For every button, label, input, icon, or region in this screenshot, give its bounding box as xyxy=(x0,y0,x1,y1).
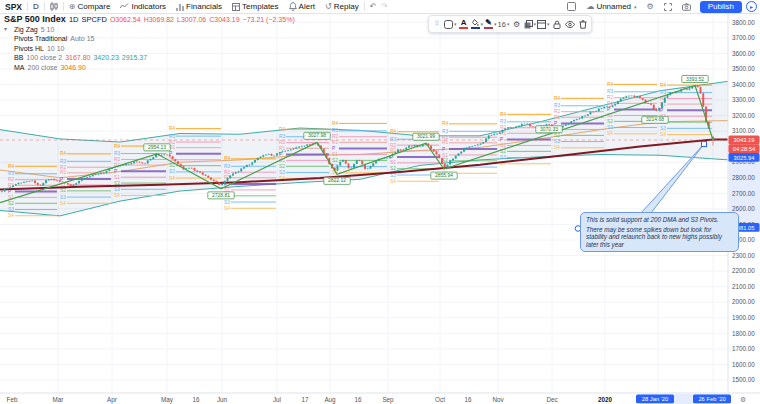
indicator-row-ma[interactable]: ▾ MA 200 close 3046.90 xyxy=(4,63,295,73)
collapse-caret-icon[interactable]: ▾ xyxy=(4,25,11,35)
chevron-down-icon: ▾ xyxy=(481,21,484,27)
indicators-button[interactable]: Indicators xyxy=(115,0,171,13)
layout-menu[interactable]: ☁ Unnamed ▾ xyxy=(581,0,641,13)
template-button[interactable]: ▾ xyxy=(537,18,550,31)
svg-text:1800.00: 1800.00 xyxy=(732,330,755,337)
svg-text:R2: R2 xyxy=(332,134,338,139)
svg-text:3800.00: 3800.00 xyxy=(732,19,755,26)
time-axis[interactable]: FebMarAprMay16JunJul17Aug16SepOct16NovDe… xyxy=(0,393,760,404)
lock-button[interactable] xyxy=(551,18,563,31)
svg-text:S2: S2 xyxy=(390,166,396,171)
svg-text:S3: S3 xyxy=(500,155,506,160)
toolbar-drag-handle[interactable]: ⠿ xyxy=(431,18,443,31)
templates-label: Templates xyxy=(242,2,278,11)
replay-button[interactable]: ↺ Replay xyxy=(320,0,364,13)
svg-text:Jun: Jun xyxy=(217,396,228,403)
svg-text:2954.13: 2954.13 xyxy=(148,144,166,150)
svg-text:S4: S4 xyxy=(660,132,666,137)
settings-button[interactable]: ⚙ xyxy=(511,18,523,31)
text-color-button[interactable]: A xyxy=(458,18,470,31)
indicator-params: 100 close 2 xyxy=(26,53,62,63)
compare-button[interactable]: ⊕ Compare xyxy=(64,0,116,13)
svg-text:3300.00: 3300.00 xyxy=(732,96,755,103)
svg-text:R4: R4 xyxy=(500,112,506,117)
svg-text:3025.94: 3025.94 xyxy=(734,155,756,161)
price-axis[interactable]: 3800.003700.003600.003500.003400.003300.… xyxy=(728,13,760,404)
legend-exchange: SPCFD xyxy=(81,15,106,25)
svg-text:R3: R3 xyxy=(60,159,66,164)
shape-style-button[interactable]: ▾ xyxy=(444,18,457,31)
svg-text:R2: R2 xyxy=(607,95,613,100)
chart-properties-button[interactable]: ⚙ xyxy=(642,0,659,13)
bb-lower-value: 2915.37 xyxy=(122,53,147,63)
svg-text:R1: R1 xyxy=(332,140,338,145)
svg-text:R3: R3 xyxy=(660,90,666,95)
svg-text:S2: S2 xyxy=(554,133,560,138)
svg-text:R3: R3 xyxy=(279,134,285,139)
top-toolbar: SPX D ⊕ Compare Indicators Financial xyxy=(0,0,760,14)
legend-interval: 1D xyxy=(69,15,79,25)
interval-button[interactable]: D xyxy=(28,0,44,13)
line-color-button[interactable]: ✎ ▾ xyxy=(484,18,497,31)
undo-button[interactable]: ↶ xyxy=(365,0,382,13)
indicators-label: Indicators xyxy=(131,2,166,11)
svg-text:2000.00: 2000.00 xyxy=(732,298,755,305)
svg-text:R3: R3 xyxy=(332,128,338,133)
financials-icon xyxy=(176,3,184,11)
screener-panel-button[interactable] xyxy=(562,0,581,13)
fullscreen-button[interactable] xyxy=(659,0,677,13)
account-avatar[interactable]: ▸ xyxy=(746,1,757,12)
financials-label: Financials xyxy=(186,2,222,11)
compare-icon: ⊕ xyxy=(69,3,76,11)
svg-text:S3: S3 xyxy=(607,125,613,130)
callout-note[interactable]: This is solid support at 200 DMA and S3 … xyxy=(580,212,739,252)
interval-label: D xyxy=(33,2,39,11)
redo-button[interactable]: ↷ xyxy=(381,0,393,13)
svg-text:2700.00: 2700.00 xyxy=(732,190,755,197)
indicator-row-pivots-traditional[interactable]: ▾ Pivots Traditional Auto 15 xyxy=(4,34,295,44)
svg-text:S4: S4 xyxy=(607,131,613,136)
svg-text:S1: S1 xyxy=(500,143,506,148)
indicator-row-zigzag[interactable]: ▾ Zig Zag 5 10 xyxy=(4,25,295,35)
svg-text:17: 17 xyxy=(301,396,309,403)
hide-button[interactable] xyxy=(564,18,576,31)
indicator-row-bb[interactable]: ▾ BB 100 close 2 3167.80 3420.23 2915.37 xyxy=(4,53,295,63)
symbol-button[interactable]: SPX xyxy=(0,0,27,13)
indicators-icon xyxy=(120,3,129,10)
camera-icon xyxy=(682,3,691,11)
chevron-down-icon: ▾ xyxy=(454,21,457,27)
svg-text:S4: S4 xyxy=(224,206,230,211)
svg-text:04:28:54: 04:28:54 xyxy=(733,146,756,152)
svg-text:2600.00: 2600.00 xyxy=(732,205,755,212)
svg-text:S4: S4 xyxy=(390,179,396,184)
svg-text:R2: R2 xyxy=(390,143,396,148)
clone-style-button[interactable]: ▾ xyxy=(524,18,537,31)
font-size-value: 16 xyxy=(498,20,506,29)
templates-icon xyxy=(232,3,240,11)
fill-color-button[interactable]: ▾ xyxy=(471,18,484,31)
snapshot-button[interactable] xyxy=(677,0,696,13)
axis-settings-gear-icon[interactable]: ⚙ xyxy=(740,396,746,403)
indicator-row-pivots-hl[interactable]: ▾ Pivots HL 10 10 xyxy=(4,44,295,54)
legend-main-row[interactable]: S&P 500 Index 1D SPCFD O3062.54 H3069.82… xyxy=(4,15,295,25)
svg-text:R4: R4 xyxy=(554,96,560,101)
pencil-icon: ✎ xyxy=(484,19,493,29)
templates-button[interactable]: Templates xyxy=(227,0,283,13)
svg-text:R4: R4 xyxy=(332,121,338,126)
panel-icon xyxy=(567,2,576,11)
svg-text:3100.00: 3100.00 xyxy=(732,127,755,134)
svg-text:R4: R4 xyxy=(442,121,448,126)
alert-button[interactable]: Alert xyxy=(284,0,320,13)
svg-text:1500.00: 1500.00 xyxy=(732,376,755,383)
font-size-button[interactable]: 16 ▾ xyxy=(498,18,510,31)
delete-button[interactable] xyxy=(577,18,589,31)
chart-type-button[interactable] xyxy=(45,0,63,13)
svg-text:S3: S3 xyxy=(224,200,230,205)
chart-legend: S&P 500 Index 1D SPCFD O3062.54 H3069.82… xyxy=(4,15,295,73)
svg-text:Oct: Oct xyxy=(435,396,445,403)
publish-button[interactable]: Publish xyxy=(700,1,742,13)
financials-button[interactable]: Financials xyxy=(171,0,227,13)
ohlc-close: C3043.19 xyxy=(209,15,239,25)
indicator-name: Zig Zag xyxy=(14,25,38,35)
svg-text:R4: R4 xyxy=(224,156,230,161)
